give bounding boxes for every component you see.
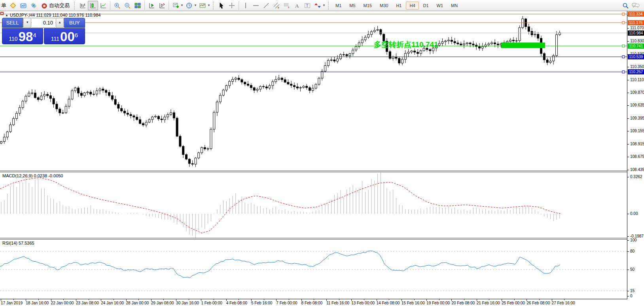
text-label-icon[interactable]: T	[302, 1, 313, 10]
time-tick	[314, 299, 314, 300]
time-label: 18 Jan 16:00	[26, 301, 49, 305]
tile-windows-icon[interactable]	[133, 1, 143, 10]
buy-price-display[interactable]: 111 00 6	[44, 28, 85, 44]
market-watch-icon[interactable]	[8, 1, 18, 10]
price-tick-label: 108.915	[630, 142, 644, 146]
price-tick	[627, 93, 629, 93]
chart-collapse-icon[interactable]: ▲	[5, 13, 8, 17]
volume-input[interactable]	[32, 18, 55, 28]
sell-price-display[interactable]: 110 98 4	[2, 28, 43, 44]
price-axis[interactable]: 111.310111.070110.830110.590110.350110.1…	[627, 11, 644, 299]
price-tick	[627, 28, 629, 29]
fibonacci-icon[interactable]: F	[282, 1, 292, 10]
sell-price-pips: 98	[19, 31, 33, 43]
time-label: 14 Feb 08:00	[377, 301, 400, 305]
volume-increase-button[interactable]: ▲	[56, 18, 64, 28]
line-chart-icon[interactable]	[98, 1, 108, 10]
time-label: 24 Jan 16:00	[101, 301, 124, 305]
zoom-in-icon[interactable]	[112, 1, 122, 10]
chat-icon[interactable]	[631, 1, 641, 10]
price-tick-label: 108.675	[630, 154, 644, 159]
rsi-pane[interactable]	[0, 239, 627, 299]
new-order-button[interactable]: 单	[1, 2, 6, 9]
vertical-line-icon[interactable]	[241, 1, 251, 10]
time-label: 15 Feb 16:00	[402, 301, 425, 305]
rsi-tick-label: 15	[630, 289, 635, 293]
mt4-terminal-window: 单 自动交易	[0, 0, 644, 306]
autotrading-button[interactable]: 自动交易	[39, 1, 72, 10]
timeframe-h4[interactable]: H4	[406, 2, 419, 10]
timeframe-m1[interactable]: M1	[332, 2, 345, 10]
new-chart-icon[interactable]	[170, 1, 181, 10]
time-tick	[114, 299, 114, 300]
chart-window-icon[interactable]	[0, 12, 4, 15]
price-tick-label: 109.395	[630, 116, 644, 120]
text-icon[interactable]: A	[292, 1, 302, 10]
price-chart-pane[interactable]: 多空转折点110.741	[0, 11, 627, 171]
timeframe-d1[interactable]: D1	[420, 2, 432, 10]
svg-text:A: A	[295, 3, 299, 9]
timeframe-m15[interactable]: M15	[360, 2, 375, 10]
macd-pane[interactable]	[0, 172, 627, 238]
auto-scroll-icon[interactable]	[157, 1, 167, 10]
toolbar: 单 自动交易	[0, 0, 644, 11]
timeframe-m30[interactable]: M30	[376, 2, 392, 10]
arrows-icon[interactable]	[313, 1, 323, 10]
trendline-icon[interactable]	[261, 1, 271, 10]
timeframe-mn[interactable]: MN	[447, 2, 461, 10]
crosshair-icon[interactable]	[227, 1, 237, 10]
sell-price-point: 4	[33, 29, 36, 42]
time-label: 21 Feb 16:00	[477, 301, 500, 305]
volume-decrease-button[interactable]: ▼	[23, 18, 31, 28]
template-icon[interactable]	[197, 1, 208, 10]
period-dropdown[interactable]: ▼	[193, 4, 197, 7]
price-level-badge: 110.984	[628, 30, 644, 36]
timeframe-w1[interactable]: W1	[433, 2, 447, 10]
time-label: 30 Jan 16:00	[176, 301, 199, 305]
equidistant-channel-icon[interactable]: E	[271, 1, 282, 10]
timeframe-h1[interactable]: H1	[392, 2, 405, 10]
navigator-icon[interactable]	[18, 1, 28, 10]
svg-text:T: T	[306, 4, 309, 8]
search-icon[interactable]	[620, 1, 631, 10]
price-level-badge: 110.257	[628, 69, 644, 74]
signal-icon[interactable]	[28, 1, 39, 10]
time-axis[interactable]: 17 Jan 201918 Jan 16:0022 Jan 00:0023 Ja…	[0, 299, 627, 306]
macd-tick	[627, 177, 629, 177]
buy-price-figure: 111	[51, 35, 59, 43]
toolbar-separator	[110, 1, 110, 10]
horizontal-line-icon[interactable]	[251, 1, 261, 10]
price-tick	[627, 157, 629, 157]
bar-chart-icon[interactable]	[78, 1, 88, 10]
price-tick-label: 109.155	[630, 129, 644, 133]
arrows-dropdown[interactable]: ▼	[322, 4, 326, 7]
price-tick	[627, 144, 629, 144]
toolbar-grip	[74, 2, 76, 10]
sell-button[interactable]: SELL	[2, 18, 23, 28]
price-level-badge: 110.539	[628, 54, 644, 59]
time-label: 28 Jan 00:00	[126, 301, 149, 305]
price-level-badge: 111.334	[628, 11, 644, 17]
buy-button[interactable]: BUY	[64, 18, 85, 28]
time-label: 13 Feb 00:00	[351, 301, 375, 305]
timeframe-m5[interactable]: M5	[346, 2, 359, 10]
toolbar-grip	[213, 2, 215, 10]
time-label: 22 Jan 00:00	[51, 301, 74, 305]
chart-shift-icon[interactable]	[146, 1, 157, 10]
rsi-tick	[627, 270, 629, 270]
toolbar-separator	[239, 1, 239, 10]
time-label: 5 Feb 16:00	[251, 301, 272, 305]
time-label: 25 Feb 00:00	[502, 301, 525, 305]
new-chart-dropdown[interactable]: ▼	[180, 4, 184, 7]
template-dropdown[interactable]: ▼	[207, 4, 211, 7]
cursor-icon[interactable]	[216, 1, 227, 10]
time-tick	[489, 299, 489, 300]
buy-price-pips: 00	[60, 31, 75, 43]
price-tick	[627, 105, 629, 106]
zoom-out-icon[interactable]	[122, 1, 133, 10]
time-tick	[13, 299, 14, 300]
period-icon[interactable]	[184, 1, 194, 10]
candlestick-chart-icon[interactable]	[88, 1, 98, 10]
time-label: 27 Feb 16:00	[552, 301, 575, 305]
price-tick-label: 110.350	[630, 65, 644, 69]
